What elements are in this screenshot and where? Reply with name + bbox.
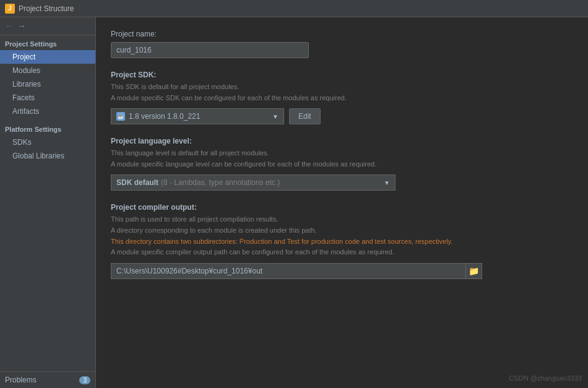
sdk-dropdown[interactable]: ☕ 1.8 version 1.8.0_221 ▼ bbox=[111, 108, 284, 124]
project-name-input[interactable] bbox=[111, 42, 309, 58]
forward-arrow[interactable]: → bbox=[17, 21, 26, 31]
sdk-dropdown-arrow: ▼ bbox=[272, 113, 279, 120]
sdk-desc1: This SDK is default for all project modu… bbox=[111, 83, 239, 90]
sdk-icon: ☕ bbox=[116, 112, 125, 121]
lang-desc2: A module specific language level can be … bbox=[111, 160, 376, 168]
folder-browse-button[interactable]: 📁 bbox=[465, 264, 482, 278]
edit-sdk-button[interactable]: Edit bbox=[289, 108, 321, 124]
sidebar-item-sdks[interactable]: SDKs bbox=[0, 136, 95, 149]
project-language-desc: This language level is default for all p… bbox=[111, 148, 573, 170]
main-content: ← → Project Settings Project Modules Lib… bbox=[0, 17, 588, 388]
sidebar: ← → Project Settings Project Modules Lib… bbox=[0, 17, 96, 388]
project-language-section: Project language level: This language le… bbox=[111, 137, 573, 191]
problems-label: Problems bbox=[5, 376, 37, 384]
platform-settings-label: Platform Settings bbox=[0, 121, 95, 136]
problems-item[interactable]: Problems 3 bbox=[0, 372, 95, 388]
sidebar-item-artifacts[interactable]: Artifacts bbox=[0, 105, 95, 118]
compiler-desc3: This directory contains two subdirectori… bbox=[111, 238, 452, 245]
sidebar-bottom: Problems 3 bbox=[0, 371, 95, 388]
sdk-row: ☕ 1.8 version 1.8.0_221 ▼ Edit bbox=[111, 108, 573, 124]
compiler-output-desc: This path is used to store all project c… bbox=[111, 214, 573, 257]
lang-value-detail: (8 - Lambdas, type annotations etc.) bbox=[161, 178, 280, 187]
project-sdk-desc: This SDK is default for all project modu… bbox=[111, 82, 573, 103]
compiler-output-row: 📁 bbox=[111, 263, 482, 279]
title-bar: J Project Structure bbox=[0, 0, 588, 17]
sidebar-item-project[interactable]: Project bbox=[0, 50, 95, 64]
title-bar-text: Project Structure bbox=[19, 4, 74, 13]
lang-value: SDK default bbox=[116, 178, 158, 187]
app-icon: J bbox=[5, 4, 15, 14]
lang-desc1: This language level is default for all p… bbox=[111, 149, 269, 157]
watermark: CSDN @zhangsan3333 bbox=[509, 374, 582, 382]
project-name-section: Project name: bbox=[111, 30, 573, 58]
content-area: Project name: Project SDK: This SDK is d… bbox=[96, 17, 588, 388]
sidebar-item-modules[interactable]: Modules bbox=[0, 64, 95, 77]
sidebar-item-global-libraries[interactable]: Global Libraries bbox=[0, 149, 95, 163]
sdk-select-inner: ☕ 1.8 version 1.8.0_221 bbox=[116, 112, 272, 121]
problems-badge: 3 bbox=[79, 376, 90, 384]
project-sdk-title: Project SDK: bbox=[111, 71, 573, 79]
sdk-value: 1.8 version 1.8.0_221 bbox=[129, 112, 200, 121]
back-arrow[interactable]: ← bbox=[5, 21, 14, 31]
compiler-desc2: A directory corresponding to each module… bbox=[111, 226, 317, 234]
project-sdk-section: Project SDK: This SDK is default for all… bbox=[111, 71, 573, 124]
compiler-output-section: Project compiler output: This path is us… bbox=[111, 203, 573, 278]
lang-dropdown-arrow: ▼ bbox=[384, 179, 390, 186]
project-name-label: Project name: bbox=[111, 30, 573, 38]
language-level-dropdown[interactable]: SDK default (8 - Lambdas, type annotatio… bbox=[111, 175, 396, 191]
compiler-desc1: This path is used to store all project c… bbox=[111, 215, 278, 223]
sidebar-item-facets[interactable]: Facets bbox=[0, 91, 95, 105]
project-language-title: Project language level: bbox=[111, 137, 573, 145]
compiler-desc4: A module specific compiler output path c… bbox=[111, 248, 394, 256]
compiler-output-input[interactable] bbox=[111, 264, 465, 278]
project-settings-label: Project Settings bbox=[0, 35, 95, 50]
compiler-output-title: Project compiler output: bbox=[111, 203, 573, 212]
sdk-desc2: A module specific SDK can be configured … bbox=[111, 94, 347, 101]
nav-arrows: ← → bbox=[0, 17, 95, 35]
sidebar-item-libraries[interactable]: Libraries bbox=[0, 77, 95, 91]
